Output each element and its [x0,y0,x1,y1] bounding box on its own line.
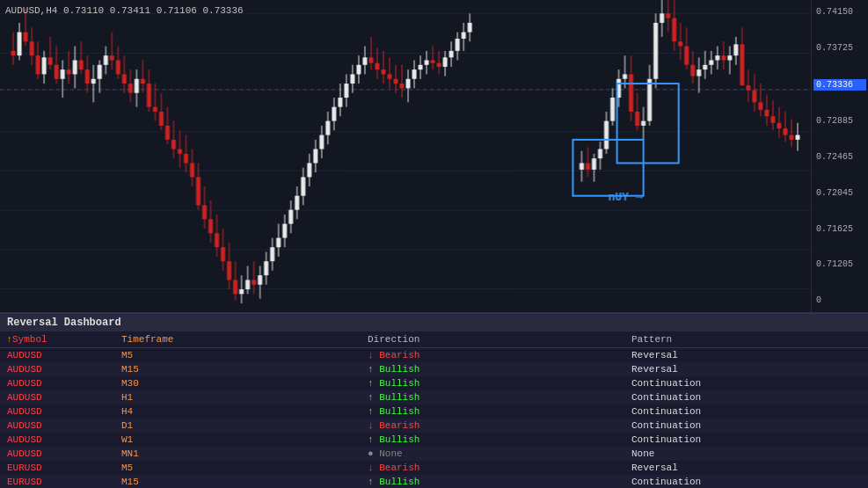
cell-symbol: AUDUSD [0,362,114,376]
cell-direction: ↑ Bullish [361,475,624,488]
table-row: AUDUSD MN1 ● None None [0,447,868,461]
direction-arrow: ↑ [368,406,374,417]
cell-symbol: AUDUSD [0,348,114,363]
cell-symbol: AUDUSD [0,404,114,419]
cell-pattern: Continuation [624,419,868,433]
sort-arrow-icon: ↑ [7,335,12,345]
cell-pattern: Continuation [624,475,868,488]
table-row: AUDUSD M15 ↑ Bullish Reversal [0,362,868,376]
cell-timeframe: M15 [114,362,361,376]
price-level-current: 0.73336 [813,79,866,91]
col-header-pattern: Pattern [624,331,868,348]
cell-pattern: Reversal [624,348,868,363]
cell-timeframe: M5 [114,461,361,475]
cell-direction: ↑ Bullish [361,390,624,404]
cell-symbol: AUDUSD [0,447,114,461]
direction-label: Bullish [379,406,419,417]
direction-label: Bearish [379,420,419,431]
price-level-8: 0 [813,295,866,305]
cell-pattern: Continuation [624,433,868,447]
direction-arrow: ↓ [368,350,374,361]
price-level-4: 0.72465 [813,152,866,162]
cell-direction: ↓ Bearish [361,419,624,433]
table-row: AUDUSD H1 ↑ Bullish Continuation [0,390,868,404]
cell-timeframe: MN1 [114,447,361,461]
cell-direction: ↑ Bullish [361,376,624,390]
price-level-2: 0.73725 [813,43,866,53]
table-row: EURUSD M15 ↑ Bullish Continuation [0,475,868,488]
direction-label: Bearish [379,463,419,473]
direction-label: Bullish [379,392,419,403]
cell-symbol: EURUSD [0,461,114,475]
direction-arrow: ↑ [368,392,374,403]
cell-direction: ↑ Bullish [361,433,624,447]
cell-timeframe: D1 [114,419,361,433]
direction-label: Bullish [379,434,419,445]
table-row: AUDUSD D1 ↓ Bearish Continuation [0,419,868,433]
direction-arrow: ↑ [368,477,374,487]
dashboard-title: Reversal Dashboard [0,314,868,331]
price-level-6: 0.71625 [813,224,866,234]
cell-pattern: Reversal [624,461,868,475]
direction-arrow: ↑ [368,434,374,445]
chart-title: AUDUSD,H4 0.73110 0.73411 0.71106 0.7333… [5,5,244,16]
direction-label: Bullish [379,364,419,375]
cell-timeframe: M5 [114,348,361,363]
cell-pattern: Continuation [624,376,868,390]
table-row: AUDUSD M30 ↑ Bullish Continuation [0,376,868,390]
direction-arrow: ↑ [368,378,374,389]
cell-pattern: None [624,447,868,461]
cell-timeframe: H1 [114,390,361,404]
cell-symbol: AUDUSD [0,419,114,433]
candlestick-chart [0,0,811,312]
direction-arrow: ↑ [368,364,374,375]
direction-label: None [379,448,402,459]
cell-direction: ↓ Bearish [361,461,624,475]
cell-pattern: Continuation [624,390,868,404]
table-row: EURUSD M5 ↓ Bearish Reversal [0,461,868,475]
col-header-direction: Direction [361,331,624,348]
dashboard: Reversal Dashboard ↑Symbol Timeframe Dir… [0,312,868,488]
table-row: AUDUSD W1 ↑ Bullish Continuation [0,433,868,447]
price-level-7: 0.71205 [813,259,866,269]
cell-timeframe: M30 [114,376,361,390]
cell-symbol: EURUSD [0,475,114,488]
cell-timeframe: M15 [114,475,361,488]
dashboard-table: ↑Symbol Timeframe Direction Pattern AUDU… [0,331,868,488]
cell-direction: ↓ Bearish [361,348,624,363]
col-header-timeframe: Timeframe [114,331,361,348]
cell-pattern: Reversal [624,362,868,376]
cell-timeframe: H4 [114,404,361,419]
table-row: AUDUSD H4 ↑ Bullish Continuation [0,404,868,419]
col-header-symbol: ↑Symbol [0,331,114,348]
direction-arrow: ↓ [368,420,374,431]
cell-timeframe: W1 [114,433,361,447]
price-level-1: 0.74150 [813,7,866,17]
direction-arrow: ● [368,448,374,459]
cell-symbol: AUDUSD [0,433,114,447]
direction-label: Bullish [379,477,419,487]
price-axis: 0.74150 0.73725 0.73336 0.72885 0.72465 … [811,0,868,312]
cell-direction: ● None [361,447,624,461]
direction-label: Bearish [379,350,419,361]
dashboard-tbody: AUDUSD M5 ↓ Bearish Reversal AUDUSD M15 … [0,348,868,489]
direction-arrow: ↓ [368,463,374,473]
table-row: AUDUSD M5 ↓ Bearish Reversal [0,348,868,363]
cell-symbol: AUDUSD [0,390,114,404]
direction-label: Bullish [379,378,419,389]
cell-direction: ↑ Bullish [361,404,624,419]
cell-direction: ↑ Bullish [361,362,624,376]
price-level-5: 0.72045 [813,188,866,198]
chart-area: AUDUSD,H4 0.73110 0.73411 0.71106 0.7333… [0,0,868,312]
cell-symbol: AUDUSD [0,376,114,390]
price-level-3: 0.72885 [813,116,866,126]
cell-pattern: Continuation [624,404,868,419]
